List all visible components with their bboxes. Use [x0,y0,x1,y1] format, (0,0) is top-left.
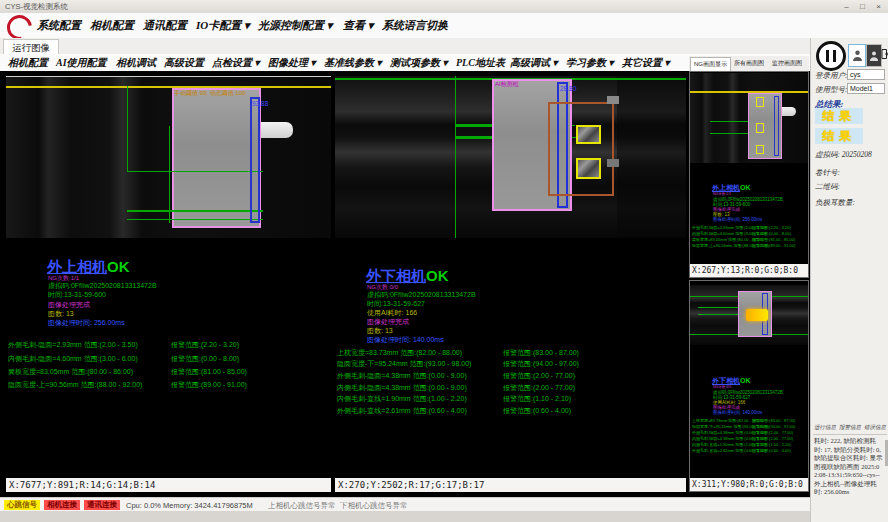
camera-name: 外下相机 [712,377,740,384]
toolbar-item-learning-params[interactable]: 学习参数 ▾ [566,56,614,70]
ng-count-label: NG次数:1/1 [48,274,79,282]
toolbar-item-other-settings[interactable]: 其它设置 ▾ [622,56,670,70]
alarm-range: 报警范围:(89.00 - 91.00) [171,381,247,388]
thumbnail-image-lower[interactable] [690,285,808,345]
threshold-overlay-label: 手动阈值:93, 动态阈值:100 [174,89,245,98]
alarm-range: 报警范围:(94.00 - 97.00) [752,425,795,429]
camera-panel-outer-upper: 手动阈值:93, 动态阈值:100 93.88 外上相机OK NG次数:1/1 … [6,71,331,492]
toolbar-item-test-params[interactable]: 测试项参数 ▾ [390,56,448,70]
exit-button[interactable] [881,42,888,66]
green-vertical-line [127,86,128,172]
user-icon [852,49,863,62]
maximize-button[interactable]: □ [855,1,870,12]
green-measure-line [698,307,738,308]
barcode-line: 虚拟码:0FfIiw2025020813313472B [367,291,476,299]
tab-error-info[interactable]: 错误信息 [864,424,886,431]
alarm-range: 报警范围:(1.10 - 2.10) [503,395,571,402]
toolbar-item-camera-debug[interactable]: 相机调试 [116,56,156,70]
time-line: 时间:13-31-59-600 [48,291,106,299]
alarm-range: 报警范围:(1.10 - 2.10) [752,443,791,447]
camera-result-title: 外上相机OK [712,184,751,191]
ng-count-label: NG次数:0/0 [367,283,398,291]
blue-measure-value: 93.88 [252,100,268,107]
pause-button[interactable] [816,41,846,71]
login-user-button[interactable] [848,44,866,67]
metal-clip [607,159,619,167]
measure-row: 隐圆宽度-下=95.24mm 范围:(93.00 - 98.00) [337,360,471,367]
menu-item-light[interactable]: 光源控制配置 ▾ [258,18,332,33]
process-done-line: 图像处理完成 [48,301,90,309]
camera-name: 外下相机 [366,267,426,284]
model-value[interactable]: Model1 [847,83,885,94]
coordinate-readout: X:7677;Y:891;R:14;G:14;B:14 [6,478,331,492]
close-button[interactable]: × [871,1,886,12]
frame-count-line: 图数: 13 [367,327,393,335]
camera-image-outer-lower[interactable]: AI检测框 28.80 [335,76,686,238]
camera-image-outer-upper[interactable]: 手动阈值:93, 动态阈值:100 93.88 [6,76,331,238]
green-measure-line [698,314,738,315]
menu-item-system[interactable]: 系统配置 [37,18,81,33]
pin-number-label: 卷针号: [815,168,840,178]
log-tab-row: 运行信息 报警信息 错误信息 [813,424,887,435]
barcode-line: 虚拟码:0FfIiw2025020813313472B [48,282,157,290]
toolbar-item-plc-address[interactable]: PLC地址表 [456,56,505,70]
alarm-range: 报警范围:(81.00 - 85.00) [171,368,247,375]
bottom-filler [0,511,810,522]
blue-measure-box [250,97,260,223]
alarm-range: 报警范围:(2.00 - 77.00) [503,384,575,391]
model-label: 使用型号: [815,85,848,95]
process-done-line: 图像处理完成 [367,318,409,326]
tab-run-image[interactable]: 运行图像 [3,39,59,55]
alarm-range: 报警范围:(2.00 - 77.00) [503,372,575,379]
sidebar: 登录用户: cys 使用型号: Model1 总结果: 结果 结果 虚拟码: 2… [810,38,888,522]
toolbar-item-ai-config[interactable]: AI使用配置 [56,56,107,70]
measure-row: 上枕宽度=83.73mm 范围:(82.00 - 88.00) [337,349,462,356]
frame-count-line: 图数: 13 [48,310,74,318]
sidebar-barcode: 虚拟码: 20250208 [815,150,872,160]
tab-ng-display[interactable]: NG画面显示 [690,57,731,71]
green-vertical-line [169,126,170,223]
toolbar-item-advanced-setting[interactable]: 高级设置 [164,56,204,70]
tab-count-label: 负极耳数量: [815,198,855,208]
menu-item-comm[interactable]: 通讯配置 [143,18,187,33]
login-user-value[interactable]: cys [847,69,885,80]
tab-run-info[interactable]: 运行信息 [814,424,836,431]
process-time-line: 图像处理时间: 140.00ms [713,410,762,415]
toolbar-item-image-processing[interactable]: 图像处理 ▾ [268,56,316,70]
green-measure-line [710,121,748,122]
yellow-roi-box [756,123,764,133]
camera-panel-outer-lower: AI检测框 28.80 外下相机OK NG次数:0/0 虚拟码:0FfIiw20… [335,71,686,492]
toolbar-item-camera-config[interactable]: 相机配置 [8,56,48,70]
measure-row: 内侧毛刺-直线=1.90mm 范围:(1.00 - 2.20) [337,395,467,402]
thumbnail-image-upper[interactable] [690,73,808,163]
tab-all-images[interactable]: 所有画面图 [731,57,767,70]
alarm-range: 报警范围:(2.20 - 3.20) [171,341,239,348]
green-measure-line [127,171,263,172]
measure-row: 内侧毛刺-隐圆=4.38mm 范围:(0.00 - 9.00) [337,384,467,391]
toolbar-item-advanced-debug[interactable]: 高级调试 ▾ [510,56,558,70]
alarm-range: 报警范围:(0.00 - 8.00) [752,232,791,236]
weld-box [576,125,601,144]
tab-monitor-images[interactable]: 监控画面图 [769,57,805,70]
alarm-range: 报警范围:(83.00 - 87.00) [752,419,795,423]
camera-name: 外上相机 [47,258,107,275]
menu-item-camera[interactable]: 相机配置 [90,18,134,33]
tab-alarm-info[interactable]: 报警信息 [839,424,861,431]
menu-item-view[interactable]: 查看 ▾ [343,18,373,33]
weld-box [576,158,601,179]
upper-heartbeat-text: 上相机心跳信号异常 [268,501,336,511]
blue-measure-box [774,96,779,156]
toolbar-item-spot-check[interactable]: 点检设置 ▾ [212,56,260,70]
highlight-defect-region [746,309,768,321]
coordinate-readout: X:311;Y:980;R:0;G:0;B:0 [690,478,808,491]
minimize-button[interactable]: – [839,1,854,12]
toolbar-item-baseline-params[interactable]: 基准线参数 ▾ [324,56,382,70]
metal-clip [607,96,619,104]
camera-status-badge: 相机连接 [44,500,80,510]
menu-item-io[interactable]: IO卡配置 ▾ [196,18,250,33]
menu-item-language[interactable]: 系统语言切换 [382,18,448,33]
switch-user-button[interactable] [866,44,882,67]
thumbnail-panel-lower: 外下相机OK NG次数:0/0 虚拟码:0FfIiw20250208133134… [689,280,809,492]
alarm-range: 报警范围:(0.60 - 4.00) [752,449,791,453]
green-measure-line [710,133,748,134]
